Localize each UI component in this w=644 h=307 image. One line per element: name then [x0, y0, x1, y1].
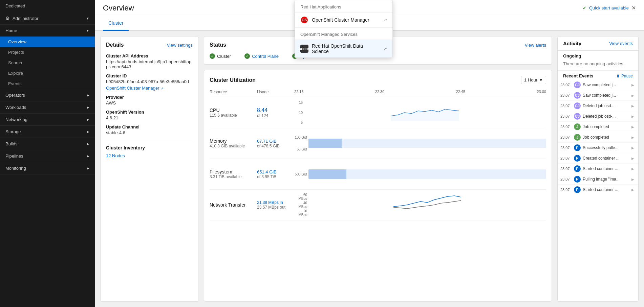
- middle-column: Status View alerts ✓ Cluster ✓ Control P…: [204, 36, 552, 302]
- cluster-id-value: b905d82b-0fae-4a03-967a-56e3e858aa0d: [106, 79, 193, 84]
- event-time: 23:07: [560, 125, 572, 129]
- ongoing-label: Ongoing: [558, 51, 638, 60]
- filesystem-usage-total: of 3.95 TiB: [257, 174, 294, 179]
- sidebar-item-explore[interactable]: Explore: [0, 68, 95, 78]
- event-badge: CJ: [574, 81, 581, 88]
- event-item[interactable]: 23:07 J Job completed ▶: [558, 132, 638, 143]
- view-alerts-link[interactable]: View alerts: [525, 43, 546, 48]
- main-content: Overview ✔ Quick start available ✕ Clust…: [95, 0, 644, 307]
- sidebar-item-search[interactable]: Search: [0, 57, 95, 68]
- openshift-icon: OS: [300, 16, 308, 24]
- event-text: Saw completed j...: [583, 82, 629, 87]
- network-chart: 60 MBps40 MBps20 MBps: [294, 193, 546, 217]
- resource-col-header: Resource: [210, 90, 257, 94]
- openshift-cluster-manager-item[interactable]: OS OpenShift Cluster Manager ↗: [295, 13, 392, 27]
- openshift-version-label: OpenShift Version: [106, 110, 193, 115]
- chevron-right-icon-5: ▶: [87, 142, 89, 146]
- event-item[interactable]: 23:07 CJ Deleted job osd-... ▶: [558, 101, 638, 111]
- sidebar-item-workloads[interactable]: Workloads ▶: [0, 101, 95, 113]
- event-time: 23:07: [560, 188, 572, 192]
- sidebar-item-monitoring[interactable]: Monitoring ▶: [0, 162, 95, 174]
- status-title: Status: [210, 42, 226, 48]
- event-item[interactable]: 23:07 P Successfully pulle... ▶: [558, 143, 638, 153]
- pause-icon: ⏸: [616, 74, 620, 78]
- event-list: 23:07 CJ Saw completed j... ▶ 23:07 CJ S…: [558, 80, 638, 301]
- control-plane-link[interactable]: Control Plane: [252, 54, 279, 59]
- cpu-usage-total: of 124: [257, 113, 294, 118]
- sidebar: Dedicated ⚙ Administrator ▼ Home ▼ Overv…: [0, 0, 95, 307]
- cluster-api-value: https://api.rhods-internal.ju9j.p1.opens…: [106, 59, 193, 69]
- external-link-icon: ↗: [160, 87, 163, 90]
- openshift-version-value: 4.6.21: [106, 115, 193, 120]
- network-usage-out: 23.57 MBps out: [257, 205, 294, 210]
- chevron-right-icon-event: ▶: [631, 178, 634, 181]
- quick-start-label[interactable]: Quick start available: [589, 5, 629, 10]
- tab-cluster[interactable]: Cluster: [103, 16, 129, 31]
- event-item[interactable]: 23:07 P Pulling image "ima... ▶: [558, 174, 638, 185]
- external-link-icon-3: ↗: [384, 46, 387, 51]
- filesystem-sub: 3.31 TiB available: [210, 174, 257, 179]
- home-label: Home: [5, 28, 17, 33]
- cluster-manager-link[interactable]: OpenShift Cluster Manager ↗: [106, 86, 163, 91]
- activity-header: Activity View events: [558, 37, 638, 51]
- cluster-id-label: Cluster ID: [106, 73, 193, 78]
- chevron-right-icon-2: ▶: [87, 105, 89, 109]
- view-events-link[interactable]: View events: [609, 41, 633, 46]
- workloads-label: Workloads: [5, 105, 26, 110]
- sidebar-item-networking[interactable]: Networking ▶: [0, 114, 95, 125]
- event-badge: CJ: [574, 102, 581, 109]
- event-badge: P: [574, 186, 581, 193]
- sidebar-item-events[interactable]: Events: [0, 78, 95, 89]
- sidebar-workloads-section: Workloads ▶: [0, 101, 95, 114]
- nodes-link[interactable]: 12 Nodes: [106, 153, 193, 158]
- event-item[interactable]: 23:07 P Started container ... ▶: [558, 185, 638, 195]
- event-time: 23:07: [560, 83, 572, 87]
- event-item[interactable]: 23:07 CJ Saw completed j... ▶: [558, 90, 638, 101]
- chevron-up-icon: ▼: [86, 29, 89, 32]
- event-item[interactable]: 23:07 P Started container ... ▶: [558, 164, 638, 174]
- event-item[interactable]: 23:07 CJ Saw completed j... ▶: [558, 80, 638, 90]
- rhods-item[interactable]: RHODS Red Hat OpenShift Data Science ↗: [295, 40, 392, 57]
- event-badge: J: [574, 123, 581, 130]
- sidebar-item-home[interactable]: Home ▼: [0, 25, 95, 37]
- cpu-usage-val: 8.44: [257, 107, 294, 113]
- event-time: 23:07: [560, 146, 572, 150]
- chevron-right-icon-event: ▶: [631, 94, 634, 97]
- network-row: Network Transfer 21.38 MBps in 23.57 MBp…: [210, 190, 546, 220]
- monitoring-label: Monitoring: [5, 166, 26, 171]
- pause-button[interactable]: ⏸ Pause: [616, 74, 633, 78]
- red-hat-apps-label: Red Hat Applications: [295, 0, 392, 13]
- sidebar-item-pipelines[interactable]: Pipelines ▶: [0, 150, 95, 162]
- gear-icon: ⚙: [5, 16, 10, 21]
- sidebar-item-storage[interactable]: Storage ▶: [0, 126, 95, 138]
- sidebar-item-overview[interactable]: Overview: [0, 37, 95, 47]
- sidebar-item-projects[interactable]: Projects: [0, 47, 95, 57]
- network-usage: 21.38 MBps in 23.57 MBps out: [257, 200, 294, 210]
- sidebar-item-builds[interactable]: Builds ▶: [0, 138, 95, 150]
- memory-chart: 100 GiB50 GiB: [294, 132, 546, 155]
- sidebar-item-operators[interactable]: Operators ▶: [0, 89, 95, 101]
- memory-label: Memory: [210, 138, 257, 144]
- sidebar-admin-header[interactable]: ⚙ Administrator ▼: [0, 12, 95, 24]
- details-header: Details View settings: [106, 42, 193, 48]
- close-icon[interactable]: ✕: [631, 5, 636, 11]
- event-text: Created container ...: [583, 156, 629, 161]
- event-item[interactable]: 23:07 P Created container ... ▶: [558, 153, 638, 164]
- event-text: Job completed: [583, 135, 629, 140]
- sidebar-monitoring-section: Monitoring ▶: [0, 162, 95, 174]
- event-text: Deleted job osd-...: [583, 114, 629, 119]
- event-item[interactable]: 23:07 J Job completed ▶: [558, 122, 638, 132]
- time-select[interactable]: 1 Hour ▼: [521, 76, 546, 84]
- event-time: 23:07: [560, 177, 572, 181]
- memory-row: Memory 410.8 GiB available 67.71 GiB of …: [210, 128, 546, 159]
- event-time: 23:07: [560, 135, 572, 139]
- chevron-right-icon-event: ▶: [631, 104, 634, 108]
- event-text: Pulling image "ima...: [583, 177, 629, 182]
- chevron-right-icon: ▶: [87, 93, 89, 97]
- view-settings-link[interactable]: View settings: [167, 43, 193, 48]
- event-item[interactable]: 23:07 CJ Deleted job osd-... ▶: [558, 111, 638, 122]
- event-text: Deleted job osd-...: [583, 103, 629, 108]
- sidebar-networking-section: Networking ▶: [0, 114, 95, 126]
- cluster-status-label: Cluster: [217, 54, 231, 59]
- svg-text:OS: OS: [302, 18, 307, 22]
